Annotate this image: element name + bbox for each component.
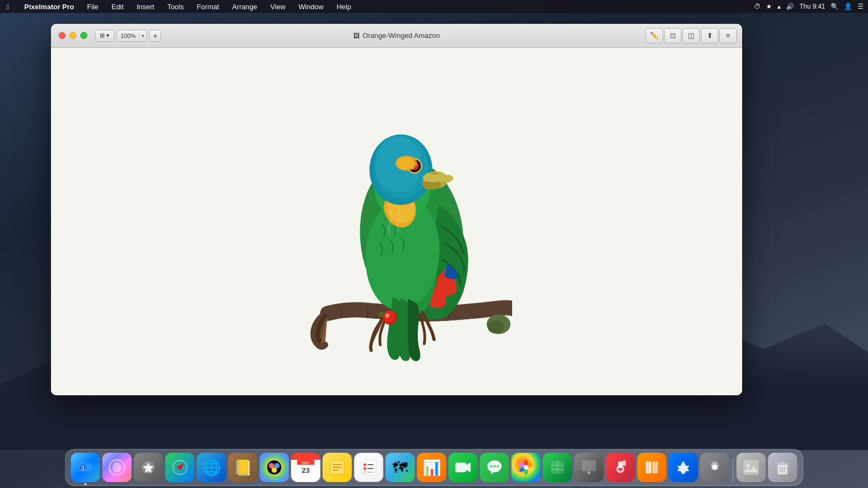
user-icon[interactable]: 👤 [844,3,852,10]
finder-icon: :) [75,457,96,478]
minimize-button[interactable] [69,32,76,39]
export-tool-button[interactable]: ⬆ [701,28,718,43]
search-icon[interactable]: 🔍 [831,3,839,10]
traffic-lights [51,32,87,39]
dock-notefile[interactable]: 📒 [228,453,258,482]
zoom-plus-button[interactable]: + [149,30,161,42]
menubar-file[interactable]: File [85,2,101,12]
svg-rect-74 [582,460,596,471]
dock-worldwidedev[interactable]: 🌐 [197,453,226,482]
menubar-window[interactable]: Window [296,2,326,12]
dock-colors[interactable] [260,453,289,482]
adjust-tool-button[interactable]: ◫ [682,28,700,43]
dock-separator [733,458,733,482]
svg-point-20 [385,313,390,318]
menubar-view[interactable]: View [268,2,288,12]
dock-finder[interactable]: :) [71,453,100,482]
dock-siri[interactable] [103,453,132,482]
menubar-arrange[interactable]: Arrange [230,2,259,12]
svg-text:23: 23 [302,466,309,474]
menubar-help[interactable]: Help [334,2,353,12]
app-window: ⊞ ▾ 100% ▾ + 🖼 Orange-Winged Amazon ✏️ ⊡… [51,24,742,395]
menubar:  Pixelmator Pro File Edit Insert Tools … [0,0,868,13]
crop-tool-button[interactable]: ⊡ [664,28,681,43]
zoom-control[interactable]: 100% ▾ [117,30,147,42]
appstore-icon [674,458,693,477]
dock-facetime[interactable] [449,453,478,482]
paint-tool-button[interactable]: ✏️ [646,28,663,43]
maximize-button[interactable] [80,32,87,39]
menubar-left:  Pixelmator Pro File Edit Insert Tools … [4,2,353,12]
dock-grapher[interactable]: 📊 [417,453,446,482]
apple-menu[interactable]:  [4,2,11,12]
dock-launchpad[interactable] [134,453,163,482]
finder-active-dot [85,483,87,485]
trash-icon [774,458,792,477]
calendar-icon: 23 MAY [296,457,316,478]
volume-icon[interactable]: 🔊 [786,3,794,10]
photos-icon [517,458,535,477]
svg-point-87 [747,464,750,467]
menubar-format[interactable]: Format [195,2,221,12]
svg-point-61 [494,465,496,467]
dock-messages[interactable] [480,453,509,482]
dock-safari[interactable] [165,453,195,482]
svg-rect-86 [744,460,759,475]
notefile-icon: 📒 [233,459,252,477]
menubar-app-name[interactable]: Pixelmator Pro [22,2,76,12]
svg-rect-56 [456,463,467,472]
facetime-icon [454,458,473,477]
zoom-value: 100% [117,33,139,39]
svg-marker-75 [588,472,591,474]
siri-icon [108,458,126,477]
titlebar-tools: ✏️ ⊡ ◫ ⬆ ≡ [646,28,742,43]
wifi-icon[interactable]: ▴ [777,3,781,10]
close-button[interactable] [59,32,66,39]
keynote-icon [580,458,598,477]
parrot-svg [284,86,512,378]
dock-stickies[interactable] [323,453,352,482]
svg-point-69 [524,465,528,470]
menubar-tools[interactable]: Tools [165,2,186,12]
svg-text:MAY: MAY [302,461,310,465]
layers-icon: ⊞ [100,32,105,39]
svg-point-50 [363,464,366,466]
zoom-chevron-icon: ▾ [139,33,146,38]
svg-point-1 [488,320,504,333]
menubar-right: ⏱ ★ ▴ 🔊 Thu 9:41 🔍 👤 ☰ [754,3,864,10]
world-icon: 🌐 [202,459,221,477]
dock-system-preferences[interactable] [700,453,730,482]
layers-panel-button[interactable]: ⊞ ▾ [95,30,114,42]
dock: :) 🌐 📒 [65,449,803,486]
control-center-icon[interactable]: ☰ [858,3,864,10]
dock-photos-app[interactable] [512,453,541,482]
svg-point-60 [490,465,493,467]
dock-keynote[interactable] [575,453,604,482]
messages-icon [486,458,504,477]
dock-itunes[interactable] [606,453,635,482]
sysprefs-icon [706,458,724,477]
bluetooth-icon[interactable]: ★ [766,3,772,10]
dock-reminders[interactable] [354,453,384,482]
parrot-image [284,86,512,378]
settings-tool-button[interactable]: ≡ [719,28,737,43]
canvas-area [51,48,742,395]
svg-rect-79 [618,461,623,468]
document-title: Orange-Winged Amazon [362,31,439,40]
launchpad-icon [139,458,158,477]
dock-appstore[interactable] [669,453,698,482]
photos-library-icon [742,458,761,477]
dock-photos-library[interactable] [737,453,766,482]
colors-icon [265,458,284,477]
menubar-insert[interactable]: Insert [135,2,157,12]
svg-text::): :) [81,465,85,471]
svg-marker-57 [467,463,471,472]
dock-books[interactable] [637,453,667,482]
menubar-edit[interactable]: Edit [109,2,125,12]
dock-maps[interactable]: 🗺 [386,453,415,482]
svg-rect-90 [781,461,785,464]
dock-calendar[interactable]: 23 MAY [291,453,321,482]
dock-trash[interactable] [768,453,797,482]
dock-numbers[interactable] [543,453,572,482]
reminders-icon [360,458,378,477]
